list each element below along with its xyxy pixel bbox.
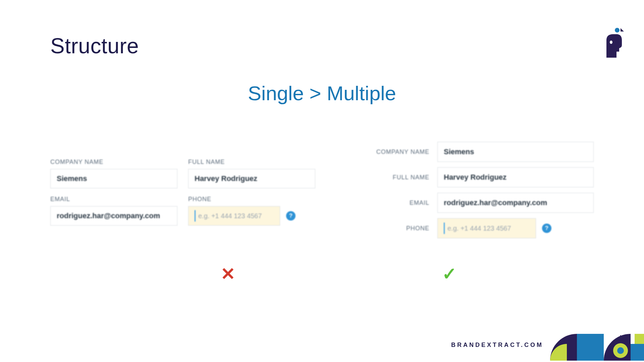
subtitle: Single > Multiple xyxy=(50,82,594,105)
email-label-right: EMAIL xyxy=(366,199,429,206)
email-label-left: EMAIL xyxy=(50,196,177,203)
fullname-input-left[interactable]: Harvey Rodriguez xyxy=(188,169,315,188)
phone-placeholder-left: e.g. +1 444 123 4567 xyxy=(198,212,262,220)
phone-field-right: PHONE e.g. +1 444 123 4567 ? xyxy=(366,218,594,238)
svg-point-1 xyxy=(610,41,612,44)
single-column-form-example: COMPANY NAME Siemens FULL NAME Harvey Ro… xyxy=(366,142,594,244)
fullname-input-right[interactable]: Harvey Rodriguez xyxy=(437,167,594,187)
phone-placeholder-right: e.g. +1 444 123 4567 xyxy=(447,225,511,232)
email-input-right[interactable]: rodriguez.har@company.com xyxy=(437,193,594,213)
phone-field-left: PHONE e.g. +1 444 123 4567 ? xyxy=(188,196,315,226)
cross-icon: ✕ xyxy=(221,264,235,284)
help-icon[interactable]: ? xyxy=(286,211,296,221)
company-input-left[interactable]: Siemens xyxy=(50,169,177,188)
company-label-right: COMPANY NAME xyxy=(366,148,429,156)
brand-logo xyxy=(603,27,624,59)
company-field-right: COMPANY NAME Siemens xyxy=(366,142,594,162)
company-label-left: COMPANY NAME xyxy=(50,159,177,166)
check-icon: ✓ xyxy=(442,264,457,284)
page-title: Structure xyxy=(50,34,594,58)
phone-input-left[interactable]: e.g. +1 444 123 4567 xyxy=(188,206,280,226)
svg-rect-7 xyxy=(635,334,644,344)
fullname-label-left: FULL NAME xyxy=(188,159,315,166)
footer-url: BRANDEXTRACT.COM xyxy=(451,342,543,349)
company-field-left: COMPANY NAME Siemens xyxy=(50,159,177,188)
text-cursor-icon xyxy=(444,223,445,234)
multi-column-form-example: COMPANY NAME Siemens FULL NAME Harvey Ro… xyxy=(50,159,315,244)
company-input-right[interactable]: Siemens xyxy=(437,142,594,162)
svg-point-5 xyxy=(617,347,624,354)
email-input-left[interactable]: rodriguez.har@company.com xyxy=(50,206,177,226)
fullname-label-right: FULL NAME xyxy=(366,174,429,181)
fullname-field-right: FULL NAME Harvey Rodriguez xyxy=(366,167,594,187)
phone-input-right[interactable]: e.g. +1 444 123 4567 xyxy=(437,218,536,238)
phone-label-right: PHONE xyxy=(366,225,429,232)
help-icon[interactable]: ? xyxy=(542,224,551,233)
svg-point-0 xyxy=(615,28,620,33)
svg-rect-3 xyxy=(577,334,604,361)
email-field-left: EMAIL rodriguez.har@company.com xyxy=(50,196,177,226)
fullname-field-left: FULL NAME Harvey Rodriguez xyxy=(188,159,315,188)
phone-label-left: PHONE xyxy=(188,196,315,203)
footer-decoration xyxy=(550,334,644,362)
text-cursor-icon xyxy=(195,210,196,222)
svg-rect-6 xyxy=(631,344,644,361)
email-field-right: EMAIL rodriguez.har@company.com xyxy=(366,193,594,213)
